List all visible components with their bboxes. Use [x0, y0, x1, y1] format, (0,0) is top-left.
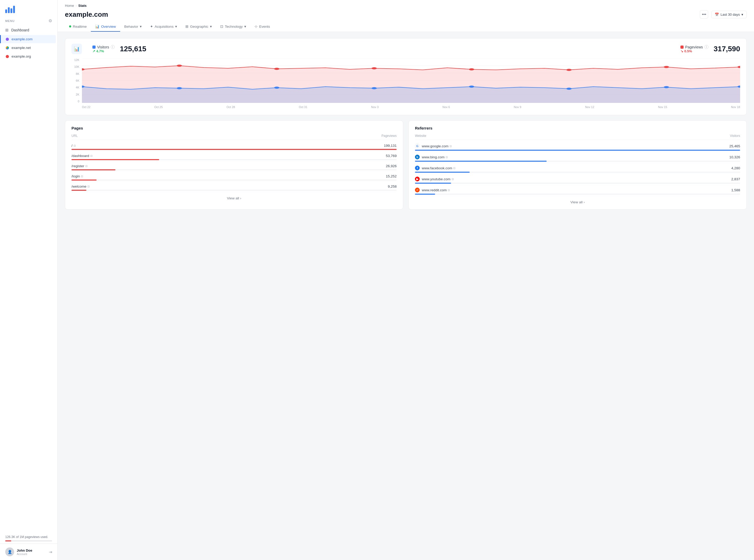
main-chart: 12K10K8K6K4K2K0 — [72, 58, 740, 111]
tab-geographic[interactable]: ⊞ Geographic ▾ — [181, 22, 216, 32]
menu-label: MENU — [5, 19, 15, 22]
main-content: Home › Stats example.com ••• 📅 Last 30 d… — [58, 0, 754, 560]
chevron-right-icon: › — [240, 197, 241, 200]
header-actions: ••• 📅 Last 30 days ▾ — [700, 10, 747, 19]
dashboard-label: Dashboard — [11, 28, 29, 32]
tab-behavior[interactable]: Behavior ▾ — [120, 22, 146, 32]
breadcrumb-current: Stats — [78, 4, 86, 7]
svg-point-9 — [274, 68, 279, 70]
tab-realtime[interactable]: Realtime — [65, 22, 91, 32]
user-account[interactable]: 👤 John Doe Account ⇥ — [0, 543, 57, 560]
visitors-color-box — [92, 45, 96, 49]
referrers-panel-title: Referrers — [415, 126, 740, 130]
bottom-panels: Pages URL Pageviews /⊡ 199,131 /dashboar… — [65, 120, 747, 209]
tab-technology-label: Technology — [225, 25, 243, 28]
chevron-right-icon: › — [584, 200, 585, 204]
dashboard-icon: ⊞ — [5, 28, 8, 33]
breadcrumb-home[interactable]: Home — [65, 4, 74, 7]
sidebar-site-example-net[interactable]: example.net — [2, 44, 56, 52]
col-website-label: Website — [415, 134, 426, 138]
bar-chart-icon: 📊 — [95, 24, 99, 28]
topbar: Home › Stats example.com ••• 📅 Last 30 d… — [58, 0, 754, 32]
tab-technology[interactable]: ⊡ Technology ▾ — [216, 22, 250, 32]
table-row: /register⊡ 26,926 — [72, 161, 397, 172]
calendar-icon: 📅 — [715, 13, 719, 17]
pageviews-change: ↘ 0.5% — [680, 49, 709, 53]
tab-geographic-label: Geographic — [190, 25, 208, 28]
date-range-label: Last 30 days — [720, 13, 740, 17]
pages-table-header: URL Pageviews — [72, 134, 397, 140]
external-link-icon: ⊡ — [81, 175, 83, 178]
tab-acquisitions[interactable]: ✦ Acquisitions ▾ — [146, 22, 181, 32]
tab-behavior-label: Behavior — [124, 25, 138, 28]
sidebar-site-example-com[interactable]: example.com — [0, 35, 56, 43]
tab-events[interactable]: ⊹ Events — [250, 22, 274, 32]
chevron-down-behavior-icon: ▾ — [140, 24, 142, 28]
tab-overview[interactable]: 📊 Overview — [91, 22, 120, 32]
date-range-button[interactable]: 📅 Last 30 days ▾ — [711, 11, 747, 18]
content-area: 📊 Visitors i ↗ 4.7% 125,615 — [58, 32, 754, 216]
svg-point-19 — [469, 85, 474, 88]
referrers-view-all[interactable]: View all › — [415, 196, 740, 204]
map-icon: ⊞ — [185, 24, 189, 28]
svg-point-20 — [566, 88, 572, 90]
external-link-icon: ⊡ — [74, 144, 76, 147]
chart-y-labels: 12K10K8K6K4K2K0 — [72, 58, 81, 103]
usage-info: 126.3K of 1M pageviews used. — [0, 532, 57, 543]
svg-point-13 — [664, 66, 669, 68]
stats-chart-icon: 📊 — [72, 44, 82, 54]
table-row: r/ www.reddit.com⊡ 1,588 — [415, 185, 740, 196]
sidebar-item-dashboard[interactable]: ⊞ Dashboard — [0, 25, 57, 35]
more-options-button[interactable]: ••• — [700, 10, 708, 19]
external-link-icon: ⊡ — [85, 165, 88, 167]
visitors-label: Visitors — [97, 45, 109, 49]
svg-point-11 — [469, 68, 474, 71]
external-link-icon: ⊡ — [90, 154, 92, 157]
chevron-down-acquisitions-icon: ▾ — [175, 24, 177, 28]
usage-text: 126.3K of 1M pageviews used. — [5, 535, 48, 539]
tab-overview-label: Overview — [101, 25, 116, 28]
table-row: f www.facebook.com⊡ 4,280 — [415, 163, 740, 174]
svg-point-10 — [371, 67, 377, 69]
svg-point-12 — [566, 69, 572, 71]
col-url-label: URL — [72, 134, 78, 138]
chevron-down-icon: ▾ — [741, 13, 743, 17]
visitors-info-icon[interactable]: i — [111, 45, 115, 49]
site-label-example-com: example.com — [12, 37, 33, 41]
tech-icon: ⊡ — [220, 24, 223, 28]
site-label-example-net: example.net — [12, 46, 31, 50]
table-row: /welcome⊡ 9,258 — [72, 182, 397, 192]
page-title: example.com — [65, 11, 108, 19]
pages-view-all[interactable]: View all › — [72, 192, 397, 200]
site-label-example-org: example.org — [12, 55, 31, 58]
visitors-label-row: Visitors i — [92, 45, 115, 49]
logout-icon[interactable]: ⇥ — [49, 549, 52, 555]
svg-point-17 — [274, 87, 279, 89]
usage-bar-fill — [5, 540, 11, 541]
acquisitions-icon: ✦ — [150, 24, 153, 28]
table-row: ▶ www.youtube.com⊡ 2,837 — [415, 174, 740, 185]
settings-icon[interactable]: ⚙ — [49, 18, 52, 23]
user-name: John Doe — [17, 548, 46, 553]
breadcrumb: Home › Stats — [65, 0, 747, 9]
pageviews-info-icon[interactable]: i — [704, 45, 709, 49]
external-link-icon: ⊡ — [88, 185, 90, 188]
avatar: 👤 — [5, 547, 14, 556]
table-row: /dashboard⊡ 53,769 — [72, 151, 397, 161]
svg-point-16 — [177, 87, 182, 89]
table-row: G www.google.com⊡ 25,465 — [415, 141, 740, 152]
table-row: /login⊡ 15,252 — [72, 172, 397, 182]
sidebar: MENU ⚙ ⊞ Dashboard example.com example.n… — [0, 0, 58, 560]
sidebar-site-example-org[interactable]: example.org — [2, 52, 56, 60]
pageviews-label: Pageviews — [685, 45, 703, 49]
pageviews-group: Pageviews i ↘ 0.5% 317,590 — [680, 45, 740, 53]
pageviews-color-box — [680, 45, 683, 49]
col-visitors-label: Visitors — [730, 134, 740, 138]
svg-point-18 — [371, 87, 377, 89]
svg-point-8 — [177, 65, 182, 67]
site-dot-purple — [6, 38, 9, 41]
visitors-change: ↗ 4.7% — [92, 49, 115, 53]
pageviews-label-row: Pageviews i — [680, 45, 709, 49]
logo-icon — [5, 5, 52, 13]
table-row: b www.bing.com⊡ 10,326 — [415, 152, 740, 163]
